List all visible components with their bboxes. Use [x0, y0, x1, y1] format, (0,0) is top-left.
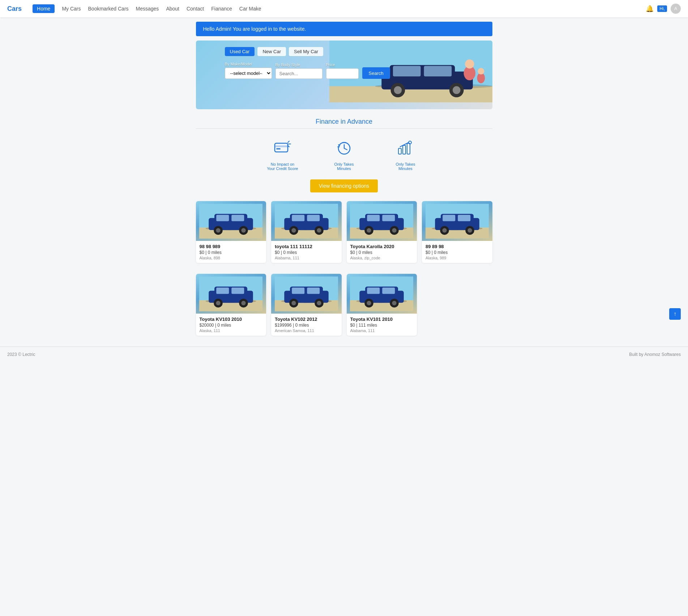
svg-point-61	[367, 228, 371, 232]
car-price-2: $0 | 0 miles	[275, 250, 338, 255]
svg-point-74	[467, 228, 472, 232]
finance-icon-1: No Impact on Your Credit Score	[266, 136, 299, 171]
search-button[interactable]: Search	[362, 67, 390, 79]
nav-item-home[interactable]: Home	[33, 4, 55, 13]
tab-used-car[interactable]: Used Car	[225, 47, 255, 56]
svg-point-96	[317, 301, 321, 305]
tab-sell-my-car[interactable]: Sell My Car	[289, 47, 323, 56]
nav-item-about[interactable]: About	[166, 4, 179, 13]
svg-point-107	[392, 301, 397, 305]
car-image-3	[347, 201, 417, 241]
svg-rect-16	[275, 145, 288, 147]
svg-rect-58	[367, 214, 380, 221]
nav-item-fianance[interactable]: Fianance	[211, 4, 232, 13]
car-card-3[interactable]: Toyota Karolla 2020 $0 | 0 miles Alaska,…	[347, 201, 417, 263]
finance-section: Finance in Advance No Impact on Your Cre…	[196, 118, 492, 201]
body-style-label: By Body Style	[275, 63, 322, 67]
car-image-2	[271, 201, 342, 241]
tab-new-car[interactable]: New Car	[257, 47, 286, 56]
car-image-4	[422, 201, 492, 241]
car-title-6: Toyota KV102 2012	[275, 317, 338, 322]
view-financing-button[interactable]: View financing options	[310, 179, 378, 192]
svg-rect-59	[382, 214, 395, 221]
scroll-to-top-button[interactable]: ↑	[669, 308, 681, 320]
car-info-3: Toyota Karolla 2020 $0 | 0 miles Alaska,…	[347, 241, 417, 263]
car-title-5: Toyota KV103 2010	[200, 317, 263, 322]
hi-badge: Hi,	[657, 5, 667, 12]
svg-rect-15	[275, 143, 288, 152]
car-location-6: American Samoa, 111	[275, 328, 338, 333]
svg-point-50	[291, 228, 296, 232]
finance-icon-3: Only Takes Minutes	[389, 136, 422, 171]
car-price-1: $0 | 0 miles	[200, 250, 263, 255]
make-model-label: By Make/Model	[225, 62, 272, 66]
svg-point-83	[216, 301, 221, 305]
timer-icon	[333, 136, 356, 159]
car-image-6	[271, 274, 342, 314]
car-price-3: $0 | 0 miles	[350, 250, 414, 255]
car-grid-row1: 98 98 989 $0 | 0 miles Alaska, 898 toyot…	[196, 201, 492, 263]
car-location-4: Alaska, 989	[426, 256, 489, 260]
finance-label-2: Only Takes Minutes	[328, 162, 360, 171]
navbar: Cars Home My Cars Bookmarked Cars Messag…	[0, 0, 688, 17]
car-location-7: Alabama, 111	[350, 328, 414, 333]
svg-line-18	[288, 141, 289, 143]
finance-icon-2: Only Takes Minutes	[328, 136, 360, 171]
car-info-2: toyota 111 11112 $0 | 0 miles Alabama, 1…	[271, 241, 342, 263]
alert-banner: Hello Admin! You are logged in to the we…	[196, 22, 492, 36]
car-card-1[interactable]: 98 98 989 $0 | 0 miles Alaska, 898	[196, 201, 266, 263]
car-info-6: Toyota KV102 2012 $199996 | 0 miles Amer…	[271, 314, 342, 336]
svg-rect-103	[382, 287, 395, 294]
car-card-7[interactable]: Toyota KV101 2010 $0 | 111 miles Alabama…	[347, 274, 417, 336]
svg-rect-102	[367, 287, 380, 294]
svg-rect-28	[403, 145, 406, 154]
avatar[interactable]: A	[671, 4, 681, 14]
nav-links: Home My Cars Bookmarked Cars Messages Ab…	[33, 4, 646, 13]
price-field: Price	[326, 63, 359, 79]
hero-overlay: Used Car New Car Sell My Car By Make/Mod…	[196, 41, 492, 109]
car-info-1: 98 98 989 $0 | 0 miles Alaska, 898	[196, 241, 266, 263]
svg-rect-36	[216, 214, 229, 221]
car-info-4: 89 89 98 $0 | 0 miles Alaska, 989	[422, 241, 492, 263]
price-label: Price	[326, 63, 359, 67]
svg-rect-69	[443, 214, 455, 221]
svg-rect-37	[231, 214, 244, 221]
svg-rect-29	[407, 143, 410, 154]
car-image-5	[196, 274, 266, 314]
svg-point-63	[392, 228, 397, 232]
body-style-field: By Body Style	[275, 63, 322, 79]
nav-item-bookmarked[interactable]: Bookmarked Cars	[88, 4, 129, 13]
bell-icon[interactable]: 🔔	[646, 5, 654, 13]
car-price-7: $0 | 111 miles	[350, 323, 414, 328]
svg-point-39	[216, 228, 221, 232]
svg-rect-92	[307, 287, 320, 294]
svg-rect-70	[458, 214, 470, 221]
nav-item-mycars[interactable]: My Cars	[62, 4, 81, 13]
finance-label-1: No Impact on Your Credit Score	[266, 162, 299, 171]
hero-section: Used Car New Car Sell My Car By Make/Mod…	[196, 41, 492, 109]
make-model-select[interactable]: --select model--	[225, 68, 272, 79]
body-style-input[interactable]	[275, 68, 322, 79]
finance-divider	[196, 128, 492, 129]
nav-logo: Cars	[7, 5, 22, 13]
svg-point-105	[367, 301, 371, 305]
car-title-4: 89 89 98	[426, 244, 489, 249]
car-card-4[interactable]: 89 89 98 $0 | 0 miles Alaska, 989	[422, 201, 492, 263]
car-title-3: Toyota Karolla 2020	[350, 244, 414, 249]
hero-tabs: Used Car New Car Sell My Car	[225, 47, 463, 56]
car-card-6[interactable]: Toyota KV102 2012 $199996 | 0 miles Amer…	[271, 274, 342, 336]
nav-item-contact[interactable]: Contact	[187, 4, 204, 13]
svg-rect-47	[292, 214, 304, 221]
svg-rect-81	[231, 287, 244, 294]
car-price-6: $199996 | 0 miles	[275, 323, 338, 328]
nav-item-messages[interactable]: Messages	[136, 4, 159, 13]
car-info-7: Toyota KV101 2010 $0 | 111 miles Alabama…	[347, 314, 417, 336]
car-info-5: Toyota KV103 2010 $20000 | 0 miles Alask…	[196, 314, 266, 336]
car-grid-row2: Toyota KV103 2010 $20000 | 0 miles Alask…	[196, 274, 492, 336]
nav-item-carmake[interactable]: Car Make	[239, 4, 261, 13]
car-card-2[interactable]: toyota 111 11112 $0 | 0 miles Alabama, 1…	[271, 201, 342, 263]
car-card-5[interactable]: Toyota KV103 2010 $20000 | 0 miles Alask…	[196, 274, 266, 336]
price-input[interactable]	[326, 68, 359, 79]
svg-rect-48	[307, 214, 320, 221]
car-location-5: Alaska, 111	[200, 328, 263, 333]
